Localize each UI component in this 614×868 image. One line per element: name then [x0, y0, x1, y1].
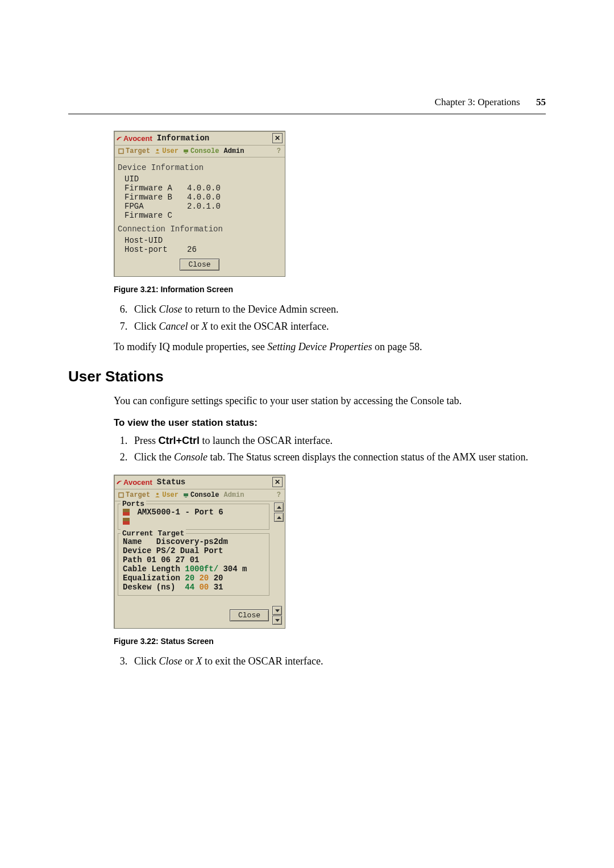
ct-cablelen-row: Cable Length 1000ft/ 304 m — [123, 564, 264, 574]
scroll-up-button[interactable] — [274, 513, 284, 522]
close-button[interactable]: Close — [180, 259, 219, 271]
tab-console[interactable]: Console — [181, 491, 221, 500]
user-stations-heading: User Stations — [68, 368, 546, 385]
close-icon[interactable]: ✕ — [272, 133, 283, 143]
console-tab-icon — [183, 148, 189, 154]
hostuid-label: Host-UID — [119, 236, 187, 245]
target-tab-icon — [118, 148, 124, 154]
status-titlebar: Avocent Status ✕ — [114, 475, 285, 489]
figure-3-22-caption: Figure 3.22: Status Screen — [114, 637, 546, 646]
tab-user[interactable]: User — [153, 491, 180, 500]
scroll-top-button[interactable] — [274, 502, 284, 512]
triangle-up-icon — [277, 516, 281, 519]
tab-user[interactable]: User — [153, 147, 180, 156]
svg-point-1 — [156, 149, 159, 151]
svg-rect-2 — [184, 149, 188, 152]
svg-rect-8 — [123, 509, 130, 512]
fpga-value: 2.0.1.0 — [187, 202, 221, 211]
tab-target[interactable]: Target — [117, 147, 152, 156]
device-info-heading: Device Information — [118, 163, 280, 172]
triangle-up-icon — [277, 506, 281, 509]
ct-name-row: Name Discovery-ps2dm — [123, 537, 264, 546]
info-titlebar: Avocent Information ✕ — [114, 131, 285, 146]
steps-view-status: Press Ctrl+Ctrl to launch the OSCAR inte… — [114, 433, 546, 466]
svg-rect-7 — [185, 497, 187, 497]
tab-console[interactable]: Console — [181, 147, 221, 156]
chapter-label: Chapter 3: Operations — [435, 97, 520, 107]
tab-user-label: User — [162, 147, 179, 155]
step-6: Click Close to return to the Device Admi… — [130, 302, 546, 318]
brand-text: Avocent — [123, 134, 152, 143]
target-tab-icon — [118, 492, 124, 498]
scroll-down-button[interactable] — [272, 606, 282, 615]
tab-help[interactable]: ? — [275, 147, 283, 156]
svg-point-5 — [156, 493, 159, 495]
step-3: Click Close or X to exit the OSCAR inter… — [130, 654, 546, 670]
close-icon[interactable]: ✕ — [272, 477, 283, 487]
status-title: Status — [152, 477, 272, 487]
tab-help[interactable]: ? — [275, 491, 283, 500]
tab-user-label: User — [162, 491, 179, 499]
tab-admin-label: Admin — [223, 491, 244, 499]
tab-console-label: Console — [190, 147, 219, 155]
tab-admin-label: Admin — [223, 147, 244, 155]
information-dialog: Avocent Information ✕ Target User Consol… — [114, 131, 285, 277]
svg-rect-3 — [185, 153, 187, 153]
scroll-bottom-button[interactable] — [272, 616, 282, 625]
conn-info-heading: Connection Information — [118, 225, 280, 234]
running-head: Chapter 3: Operations 55 — [435, 97, 546, 108]
uid-label: UID — [119, 175, 187, 184]
ports-line: AMX5000-1 - Port 6 — [137, 508, 223, 517]
hostport-label: Host-port — [119, 245, 187, 254]
current-target-legend: Current Target — [121, 529, 186, 538]
tab-admin[interactable]: Admin — [222, 491, 246, 500]
port-status-icon — [123, 518, 130, 525]
fwB-label: Firmware B — [119, 193, 187, 202]
fwB-value: 4.0.0.0 — [187, 193, 221, 202]
fwA-label: Firmware A — [119, 184, 187, 193]
avocent-logo: Avocent — [117, 134, 152, 143]
step-1: Press Ctrl+Ctrl to launch the OSCAR inte… — [130, 433, 546, 449]
triangle-down-icon — [275, 619, 280, 622]
ct-device-row: Device PS/2 Dual Port — [123, 546, 264, 555]
console-tab-icon — [183, 492, 189, 498]
user-stations-intro: You can configure settings specific to y… — [114, 393, 546, 409]
tab-target-label: Target — [126, 491, 150, 499]
steps-after-fig1: Click Close to return to the Device Admi… — [114, 302, 546, 335]
fwC-label: Firmware C — [119, 211, 187, 220]
figure-3-21-caption: Figure 3.21: Information Screen — [114, 285, 546, 294]
page-number: 55 — [536, 97, 546, 107]
info-tabs: Target User Console Admin ? — [114, 146, 285, 157]
swoosh-icon — [117, 479, 122, 485]
header-rule — [68, 114, 546, 114]
view-status-subhead: To view the user station status: — [114, 417, 546, 429]
user-tab-icon — [155, 492, 160, 498]
info-title: Information — [152, 134, 272, 143]
tab-console-label: Console — [190, 491, 219, 499]
ports-box: Ports AMX5000-1 - Port 6 — [118, 504, 269, 530]
swoosh-icon — [117, 135, 122, 141]
tab-target[interactable]: Target — [117, 491, 152, 500]
tab-target-label: Target — [126, 147, 150, 155]
step-2: Click the Console tab. The Status screen… — [130, 450, 546, 466]
ports-row-empty — [123, 517, 264, 526]
modify-iq-line: To modify IQ module properties, see Sett… — [114, 339, 546, 355]
close-button[interactable]: Close — [230, 609, 269, 621]
svg-rect-10 — [123, 518, 130, 521]
port-status-icon — [123, 509, 130, 516]
fpga-label: FPGA — [119, 202, 187, 211]
avocent-logo: Avocent — [117, 478, 152, 487]
info-panel: Device Information UID Firmware A4.0.0.0… — [114, 157, 285, 276]
ct-path-row: Path 01 06 27 01 — [123, 555, 264, 564]
status-dialog: Avocent Status ✕ Target User Console — [114, 475, 285, 629]
svg-rect-6 — [184, 493, 188, 496]
user-tab-icon — [155, 148, 160, 154]
ports-row: AMX5000-1 - Port 6 — [123, 508, 264, 517]
svg-rect-9 — [123, 512, 130, 516]
steps-after-fig2: Click Close or X to exit the OSCAR inter… — [114, 654, 546, 670]
tab-admin[interactable]: Admin — [222, 147, 246, 156]
step-7: Click Cancel or X to exit the OSCAR inte… — [130, 319, 546, 335]
scroll-top-buttons — [273, 501, 285, 604]
ct-deskew-row: Deskew (ns) 44 00 31 — [123, 583, 264, 592]
svg-rect-4 — [119, 493, 123, 497]
